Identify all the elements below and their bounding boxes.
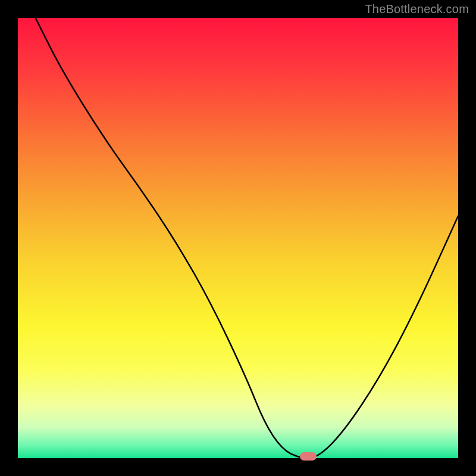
optimal-marker — [300, 452, 317, 461]
gradient-rect — [18, 18, 458, 458]
watermark-text: TheBottleneck.com — [365, 2, 469, 16]
chart-svg — [18, 18, 458, 458]
chart-frame: TheBottleneck.com — [0, 0, 476, 476]
plot-area — [18, 18, 458, 458]
